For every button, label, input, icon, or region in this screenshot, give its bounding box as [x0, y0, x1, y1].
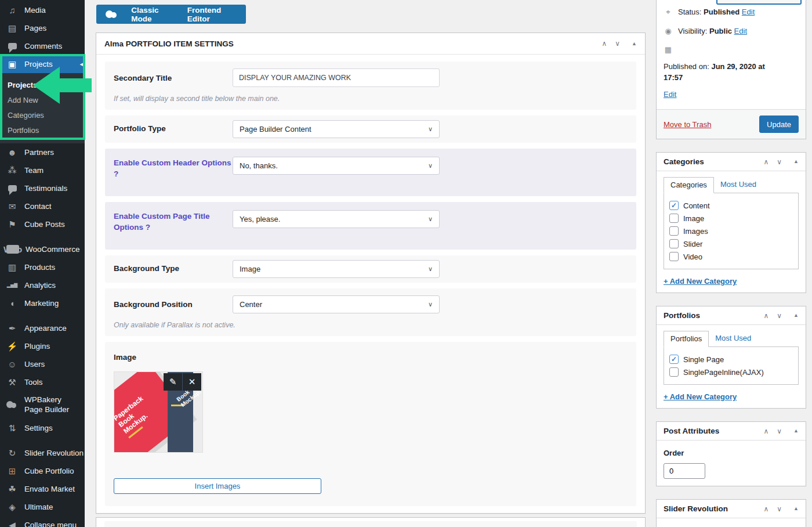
secondary-title-input[interactable]: [233, 68, 440, 87]
move-down-icon[interactable]: ∨: [777, 506, 782, 512]
published-label: Published on:: [664, 62, 709, 71]
submenu-item-categories[interactable]: Categories: [0, 107, 85, 122]
collapse-toggle-icon[interactable]: ▲: [793, 313, 799, 318]
sidebar-item-plugins[interactable]: ⚡ Plugins: [0, 337, 85, 355]
tab-categories[interactable]: Categories: [664, 177, 714, 193]
edit-published-link[interactable]: Edit: [664, 89, 676, 100]
sidebar-item-label: Appearance: [24, 324, 67, 333]
sidebar-item-testimonials[interactable]: Testimonials: [0, 179, 85, 197]
move-to-trash-link[interactable]: Move to Trash: [664, 120, 711, 129]
move-up-icon[interactable]: ∧: [763, 506, 768, 512]
field-help-text: Only available if Parallax is not active…: [114, 321, 628, 329]
order-label: Order: [664, 449, 799, 457]
pin-icon: ⌖: [664, 6, 673, 18]
users-icon: ☺: [6, 360, 18, 369]
metabox-header: Alma PORTFOLIO ITEM SETTINGS ∧ ∨ ▲: [96, 33, 645, 54]
custom-header-select[interactable]: No, thanks. ∨: [233, 157, 440, 175]
update-button[interactable]: Update: [759, 115, 799, 133]
collapse-toggle-icon[interactable]: ▲: [793, 506, 799, 511]
move-up-icon[interactable]: ∧: [763, 158, 768, 165]
sidebar-item-label: Pages: [24, 24, 46, 33]
sidebar-item-appearance[interactable]: ✒ Appearance: [0, 319, 85, 337]
sidebar-item-contact[interactable]: ✉ Contact: [0, 197, 85, 215]
checkbox-unchecked[interactable]: [669, 239, 679, 248]
preview-changes-button-partial[interactable]: [716, 0, 802, 5]
tab-most-used[interactable]: Most Used: [709, 331, 757, 346]
portfolio-type-select[interactable]: Page Builder Content ∨: [233, 120, 440, 138]
submenu-item-projects[interactable]: Projects: [0, 77, 85, 92]
submenu-item-add-new[interactable]: Add New: [0, 92, 85, 107]
move-down-icon[interactable]: ∨: [777, 158, 782, 165]
box-title: Slider Revolution: [664, 504, 728, 513]
checkbox-checked[interactable]: ✓: [669, 201, 679, 210]
sidebar-item-label: Testimonials: [24, 184, 67, 193]
sidebar-item-cube-portfolio[interactable]: ⊞ Cube Portfolio: [0, 462, 85, 480]
tab-portfolios[interactable]: Portfolios: [664, 331, 709, 347]
plugins-icon: ⚡: [6, 342, 18, 351]
sidebar-item-products[interactable]: ▥ Products: [0, 258, 85, 276]
checkbox-checked[interactable]: ✓: [669, 355, 679, 364]
category-option-video[interactable]: Video: [669, 250, 793, 263]
collapse-toggle-icon[interactable]: ▲: [793, 159, 799, 164]
insert-images-button[interactable]: Insert Images: [114, 478, 321, 494]
sidebar-item-collapse-menu[interactable]: ◀ Collapse menu: [0, 516, 85, 527]
wpbakery-logo-icon: [106, 10, 117, 19]
collapse-toggle-icon[interactable]: ▲: [632, 41, 637, 46]
category-option-images[interactable]: Images: [669, 225, 793, 237]
pencil-icon: ✎: [169, 377, 177, 387]
frontend-editor-button[interactable]: Frontend Editor: [187, 6, 237, 23]
checkbox-unchecked[interactable]: [669, 214, 679, 223]
sidebar-item-partners[interactable]: ☻ Partners: [0, 143, 85, 161]
sidebar-item-slider-revolution[interactable]: ↻ Slider Revolution: [0, 444, 85, 462]
sidebar-item-media[interactable]: ♫ Media: [0, 1, 85, 19]
move-up-icon[interactable]: ∧: [763, 312, 768, 319]
sidebar-item-marketing[interactable]: ◖ Marketing: [0, 294, 85, 312]
category-option-content[interactable]: ✓ Content: [669, 199, 793, 212]
sidebar-item-label: Team: [24, 166, 44, 175]
add-new-category-link[interactable]: + Add New Category: [664, 277, 737, 286]
checkbox-unchecked[interactable]: [669, 367, 679, 377]
sidebar-item-ultimate[interactable]: ◈ Ultimate: [0, 498, 85, 516]
portfolios-checklist: ✓ Single Page SinglePageInline(AJAX): [664, 346, 799, 385]
move-up-icon[interactable]: ∧: [601, 40, 607, 47]
add-new-category-link[interactable]: + Add New Category: [664, 392, 737, 401]
background-type-select[interactable]: Image ∨: [233, 260, 440, 278]
sidebar-item-envato-market[interactable]: ☘ Envato Market: [0, 480, 85, 498]
edit-status-link[interactable]: Edit: [742, 8, 755, 16]
portfolio-option-single-page[interactable]: ✓ Single Page: [669, 353, 793, 366]
collapse-menu-icon: ◀: [6, 521, 18, 527]
order-input[interactable]: [664, 463, 705, 479]
edit-image-button[interactable]: ✎: [164, 373, 182, 391]
sidebar-item-comments[interactable]: Comments: [0, 37, 85, 55]
metabox-title: Alma PORTFOLIO ITEM SETTINGS: [104, 39, 234, 48]
sidebar-item-projects[interactable]: ▣ Projects ◂: [0, 55, 85, 73]
category-option-slider[interactable]: Slider: [669, 237, 793, 250]
sidebar-item-tools[interactable]: ⚒ Tools: [0, 373, 85, 391]
portfolio-option-singlepageinline[interactable]: SinglePageInline(AJAX): [669, 366, 793, 378]
checkbox-unchecked[interactable]: [669, 252, 679, 261]
sidebar-item-woocommerce[interactable]: Woo WooCommerce: [0, 240, 85, 258]
move-down-icon[interactable]: ∨: [615, 40, 620, 47]
sidebar-item-wpbakery[interactable]: WPBakery Page Builder: [0, 391, 85, 419]
sidebar-item-team[interactable]: ⁂ Team: [0, 161, 85, 179]
move-down-icon[interactable]: ∨: [777, 312, 782, 319]
category-option-image[interactable]: Image: [669, 212, 793, 225]
sidebar-item-label: Cube Portfolio: [24, 467, 74, 475]
edit-visibility-link[interactable]: Edit: [734, 27, 747, 35]
remove-image-button[interactable]: ✕: [183, 373, 201, 391]
collapse-toggle-icon[interactable]: ▲: [793, 428, 799, 434]
sidebar-item-analytics[interactable]: ▂▅▇ Analytics: [0, 276, 85, 294]
move-down-icon[interactable]: ∨: [777, 428, 782, 435]
classic-mode-button[interactable]: Classic Mode: [131, 6, 173, 23]
sidebar-item-pages[interactable]: ▤ Pages: [0, 19, 85, 37]
sidebar-item-cube-posts[interactable]: ⚑ Cube Posts: [0, 215, 85, 233]
checkbox-unchecked[interactable]: [669, 226, 679, 236]
field-label: Secondary Title: [114, 68, 233, 84]
submenu-item-portfolios[interactable]: Portfolios: [0, 122, 85, 138]
sidebar-item-settings[interactable]: ⇅ Settings: [0, 419, 85, 437]
background-position-select[interactable]: Center ∨: [233, 295, 440, 313]
tab-most-used[interactable]: Most Used: [714, 177, 763, 193]
custom-page-title-select[interactable]: Yes, please. ∨: [233, 210, 440, 228]
move-up-icon[interactable]: ∧: [763, 428, 768, 435]
sidebar-item-users[interactable]: ☺ Users: [0, 355, 85, 373]
